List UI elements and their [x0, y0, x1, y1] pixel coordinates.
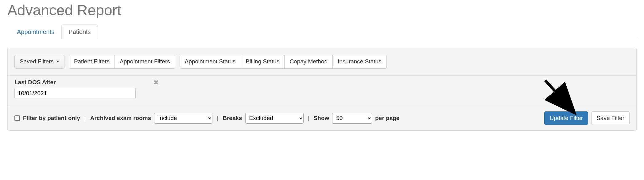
- filter-last-dos-after: Last DOS After ✖: [14, 79, 159, 99]
- save-filter-button[interactable]: Save Filter: [591, 111, 630, 125]
- filter-by-patient-only-label: Filter by patient only: [23, 115, 80, 122]
- per-page-label: per page: [375, 115, 399, 122]
- archived-exam-rooms-label: Archived exam rooms: [90, 115, 151, 122]
- archived-exam-rooms-select[interactable]: IncludeExclude: [154, 113, 212, 124]
- divider: |: [83, 115, 87, 122]
- tab-appointments[interactable]: Appointments: [10, 24, 61, 39]
- toolbar: Saved Filters Patient Filters Appointmen…: [8, 48, 636, 75]
- saved-filters-label: Saved Filters: [20, 58, 54, 66]
- filter-label: Last DOS After: [14, 79, 56, 86]
- show-select[interactable]: 50100200: [332, 113, 372, 124]
- divider: |: [307, 115, 311, 122]
- divider: |: [215, 115, 219, 122]
- page-title: Advanced Report: [7, 2, 637, 19]
- filter-panel: Saved Filters Patient Filters Appointmen…: [7, 48, 637, 131]
- close-icon[interactable]: ✖: [153, 79, 159, 86]
- patient-filters-button[interactable]: Patient Filters: [69, 55, 115, 69]
- caret-down-icon: [56, 61, 59, 62]
- bottom-bar: Filter by patient only | Archived exam r…: [8, 106, 636, 131]
- active-filters: Last DOS After ✖: [8, 75, 636, 106]
- copay-method-button[interactable]: Copay Method: [284, 55, 333, 69]
- last-dos-after-input[interactable]: [14, 88, 136, 99]
- update-filter-button[interactable]: Update Filter: [544, 111, 588, 125]
- breaks-label: Breaks: [223, 115, 242, 122]
- tabs: Appointments Patients: [7, 24, 637, 39]
- insurance-status-button[interactable]: Insurance Status: [332, 55, 387, 69]
- filter-by-patient-only-checkbox[interactable]: [14, 115, 20, 121]
- filter-type-group: Patient Filters Appointment Filters: [69, 55, 175, 69]
- billing-status-button[interactable]: Billing Status: [241, 55, 285, 69]
- page: Advanced Report Appointments Patients Sa…: [0, 2, 644, 131]
- appointment-status-button[interactable]: Appointment Status: [180, 55, 241, 69]
- status-group: Appointment Status Billing Status Copay …: [180, 55, 387, 69]
- appointment-filters-button[interactable]: Appointment Filters: [114, 55, 175, 69]
- show-label: Show: [314, 115, 329, 122]
- tab-patients[interactable]: Patients: [61, 24, 98, 39]
- breaks-select[interactable]: ExcludedIncluded: [245, 113, 304, 124]
- saved-filters-dropdown[interactable]: Saved Filters: [14, 55, 64, 69]
